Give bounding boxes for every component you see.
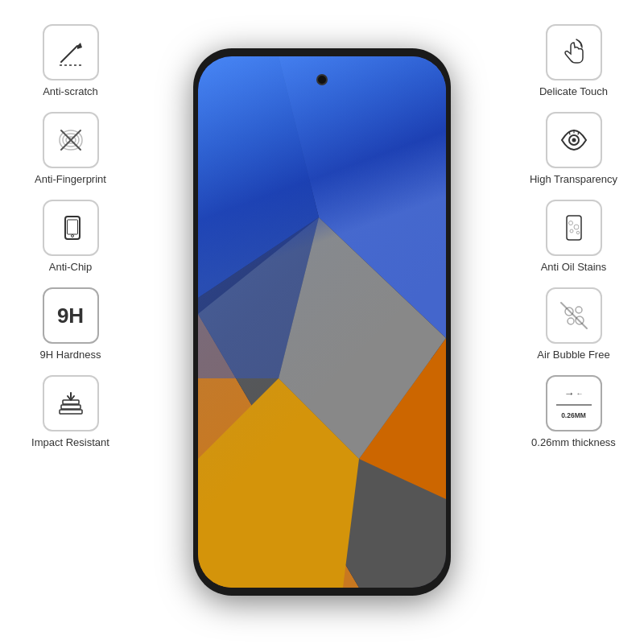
svg-point-28 [574,225,579,229]
thickness-dimension: ← [576,390,584,398]
thickness-label: 0.26mm thickness [531,436,616,448]
svg-point-32 [576,307,582,313]
feature-delicate-touch: Delicate Touch [507,24,640,97]
phone-body [193,48,451,596]
impact-label: Impact Resistant [31,436,109,448]
feature-anti-oil-stains: Anti Oil Stains [507,200,640,273]
feature-anti-chip: Anti-Chip [8,200,133,273]
right-features: Delicate Touch High Transparency [507,24,640,448]
svg-point-33 [568,318,574,324]
phone-device [193,48,451,596]
delicate-touch-icon-box [546,24,602,80]
feature-air-bubble-free: Air Bubble Free [507,287,640,361]
left-features: Anti-scratch Anti-Fingerprint [8,24,133,448]
air-bubble-icon-box [546,287,602,344]
feature-anti-scratch: Anti-scratch [8,24,133,97]
thickness-value: 0.26MM [561,411,586,419]
touch-icon [558,36,590,68]
svg-point-27 [568,221,572,225]
screen-content [198,56,446,588]
high-transparency-label: High Transparency [530,173,617,185]
phone-screen [198,56,446,588]
camera-hole [316,74,328,85]
anti-oil-stains-label: Anti Oil Stains [541,261,607,273]
anti-fingerprint-icon-box [43,112,99,168]
chip-icon [55,212,87,244]
anti-chip-icon-box [43,200,99,256]
svg-line-0 [61,46,77,62]
svg-point-30 [576,231,580,234]
arrow-left-icon: → [564,387,575,399]
anti-fingerprint-label: Anti-Fingerprint [35,173,106,185]
scratch-icon [55,36,87,68]
svg-rect-8 [60,410,82,414]
thickness-icon-box: → ← 0.26MM [546,375,602,431]
feature-thickness: → ← 0.26MM 0.26mm thickness [507,375,640,448]
high-transparency-icon-box [546,112,602,168]
svg-point-22 [572,138,576,142]
feature-impact-resistant: Impact Resistant [8,375,133,448]
air-bubble-free-label: Air Bubble Free [537,349,609,361]
eye-icon [558,124,590,156]
main-container: Anti-scratch Anti-Fingerprint [0,0,644,644]
thickness-arrows: → ← [564,387,584,399]
anti-chip-label: Anti-Chip [49,261,92,273]
impact-icon [55,387,87,419]
feature-anti-fingerprint: Anti-Fingerprint [8,112,133,185]
anti-scratch-icon-box [43,24,99,80]
9h-text: 9H [57,303,84,328]
svg-point-29 [570,229,573,233]
fingerprint-icon [55,124,87,156]
svg-rect-6 [67,220,77,234]
svg-point-7 [71,235,73,237]
thickness-line [556,404,592,406]
feature-high-transparency: High Transparency [507,112,640,185]
9h-label: 9H Hardness [40,349,101,361]
svg-rect-9 [61,405,80,409]
svg-marker-1 [77,43,82,49]
bubble-icon [558,299,590,332]
svg-line-35 [561,303,587,328]
9h-icon-box: 9H [43,287,99,344]
delicate-touch-label: Delicate Touch [539,85,608,97]
glass-reflection [198,56,446,295]
anti-oil-icon-box [546,200,602,256]
oil-stains-icon [558,212,590,244]
feature-9h-hardness: 9H 9H Hardness [8,287,133,361]
impact-icon-box [43,375,99,431]
anti-scratch-label: Anti-scratch [43,85,98,97]
